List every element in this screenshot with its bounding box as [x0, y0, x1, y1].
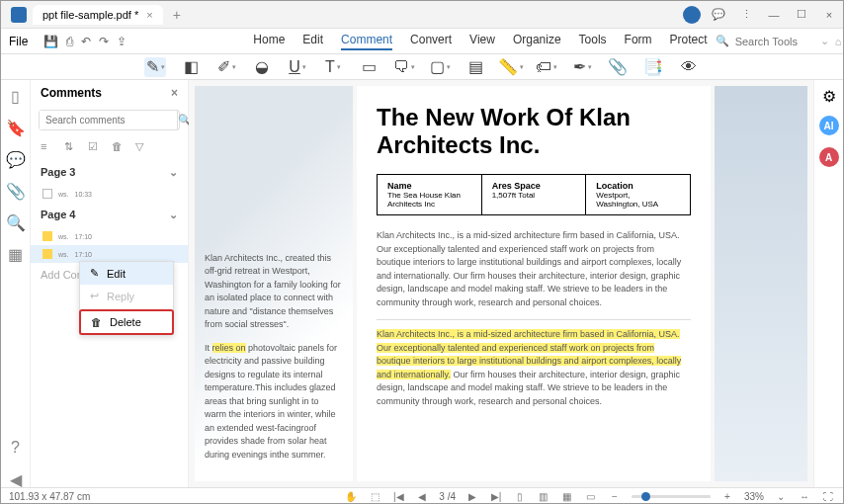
- document-view[interactable]: Klan Architects Inc., created this off-g…: [189, 80, 813, 487]
- print-icon[interactable]: ⎙: [66, 33, 73, 50]
- hide-comments-icon[interactable]: 👁: [678, 57, 700, 77]
- select-tool-icon[interactable]: ⬚: [368, 490, 381, 504]
- tab-close-icon[interactable]: ×: [146, 9, 152, 21]
- highlight-badge-icon: [42, 249, 52, 259]
- comments-title: Comments: [41, 86, 102, 100]
- highlighter-icon[interactable]: ✎▾: [144, 57, 166, 77]
- zoom-out-icon[interactable]: −: [608, 490, 622, 504]
- comments-rail-icon[interactable]: 💬: [8, 151, 24, 167]
- page-3-header[interactable]: Page 3 ⌄: [31, 160, 188, 185]
- next-page-icon[interactable]: ▶: [465, 490, 479, 504]
- underline-icon[interactable]: U▾: [287, 57, 308, 77]
- tab-tools[interactable]: Tools: [579, 33, 607, 50]
- redo-icon[interactable]: ↷: [99, 33, 109, 50]
- layers-icon[interactable]: ▦: [8, 246, 24, 262]
- textbox-icon[interactable]: T▾: [322, 57, 344, 77]
- stamp-icon[interactable]: 🏷▾: [536, 57, 557, 77]
- note-icon[interactable]: 🗨▾: [393, 57, 415, 77]
- tab-comment[interactable]: Comment: [341, 33, 392, 50]
- page-4-header[interactable]: Page 4 ⌄: [31, 203, 188, 227]
- ai-assistant-icon[interactable]: AI: [819, 116, 839, 135]
- title-bar: ppt file-sample.pdf * × + 💬 ⋮ — ☐ ×: [1, 1, 843, 29]
- comment-item[interactable]: ws. 17:10: [31, 227, 188, 245]
- tab-edit[interactable]: Edit: [302, 33, 323, 50]
- sort-icon[interactable]: ≡: [41, 140, 54, 154]
- panel-close-icon[interactable]: ×: [171, 86, 178, 100]
- thumbnail-icon[interactable]: ▯: [8, 88, 24, 104]
- context-delete[interactable]: 🗑 Delete: [81, 311, 172, 333]
- tab-convert[interactable]: Convert: [410, 33, 452, 50]
- help-rail-icon[interactable]: ?: [8, 440, 24, 456]
- maximize-button[interactable]: ☐: [792, 5, 811, 25]
- bookmark-icon[interactable]: 🔖: [8, 120, 24, 135]
- tab-organize[interactable]: Organize: [513, 33, 561, 50]
- fullscreen-icon[interactable]: ⛶: [821, 490, 835, 504]
- last-page-icon[interactable]: ▶|: [489, 490, 503, 504]
- tab-protect[interactable]: Protect: [670, 33, 708, 50]
- eraser-icon[interactable]: ◒: [251, 57, 273, 77]
- comment-item[interactable]: ws. 10:33: [31, 185, 188, 203]
- comments-list-icon[interactable]: 📑: [642, 57, 664, 77]
- stamp-preview-icon[interactable]: ▤: [464, 57, 486, 77]
- zoom-dropdown-icon[interactable]: ⌄: [774, 490, 788, 504]
- check-icon[interactable]: ☑: [88, 140, 102, 154]
- two-page-icon[interactable]: ▦: [560, 490, 574, 504]
- attachment-rail-icon[interactable]: 📎: [8, 183, 24, 199]
- help-icon[interactable]: ⌂: [835, 36, 842, 47]
- zoom-slider[interactable]: [632, 495, 711, 498]
- fit-width-icon[interactable]: ↔: [798, 490, 811, 504]
- zoom-level[interactable]: 33%: [744, 491, 764, 502]
- reply-icon: ↩: [90, 290, 99, 302]
- first-page-icon[interactable]: |◀: [391, 490, 405, 504]
- context-edit[interactable]: ✎ Edit: [80, 262, 173, 285]
- search-rail-icon[interactable]: 🔍: [8, 214, 24, 230]
- checkbox-icon[interactable]: [42, 189, 52, 199]
- comment-filters: ≡ ⇅ ☑ 🗑 ▽: [31, 134, 188, 160]
- collapse-ribbon-icon[interactable]: ⌄: [820, 35, 829, 47]
- tab-title: ppt file-sample.pdf *: [42, 9, 138, 21]
- hand-tool-icon[interactable]: ✋: [344, 490, 358, 504]
- undo-icon[interactable]: ↶: [81, 33, 91, 50]
- page-left-column: Klan Architects Inc., created this off-g…: [195, 86, 353, 481]
- minimize-button[interactable]: —: [764, 5, 784, 25]
- user-avatar-icon[interactable]: [683, 6, 701, 24]
- tab-view[interactable]: View: [469, 33, 495, 50]
- feedback-icon[interactable]: 💬: [709, 5, 728, 25]
- content-area: ▯ 🔖 💬 📎 🔍 ▦ ? ◀ Comments × 🔍 ≡ ⇅ ☑ 🗑 ▽ P…: [1, 80, 843, 487]
- signature-icon[interactable]: ✒▾: [571, 57, 593, 77]
- translate-icon[interactable]: A: [819, 147, 839, 167]
- single-page-icon[interactable]: ▯: [513, 490, 527, 504]
- tab-form[interactable]: Form: [625, 33, 652, 50]
- zoom-in-icon[interactable]: +: [720, 490, 734, 504]
- comment-search-input[interactable]: [40, 111, 177, 129]
- comment-search[interactable]: 🔍: [39, 110, 180, 130]
- properties-icon[interactable]: ⚙: [821, 88, 837, 104]
- callout-icon[interactable]: ▭: [358, 57, 380, 77]
- tab-home[interactable]: Home: [253, 33, 285, 50]
- tool-search[interactable]: 🔍 ⌄ ⌂: [716, 35, 842, 47]
- filter-icon[interactable]: ▽: [135, 140, 149, 154]
- area-highlight-icon[interactable]: ◧: [180, 57, 202, 77]
- read-mode-icon[interactable]: ▭: [584, 490, 598, 504]
- app-logo-icon: [11, 7, 27, 23]
- save-icon[interactable]: 💾: [43, 33, 58, 50]
- expand-icon[interactable]: ⇅: [64, 140, 78, 154]
- more-icon[interactable]: ⋮: [736, 5, 756, 25]
- document-tab[interactable]: ppt file-sample.pdf * ×: [33, 5, 163, 25]
- collapse-rail-icon[interactable]: ◀: [8, 471, 24, 487]
- shape-icon[interactable]: ▢▾: [429, 57, 451, 77]
- chevron-down-icon: ⌄: [169, 209, 178, 221]
- attach-icon[interactable]: 📎: [607, 57, 629, 77]
- share-icon[interactable]: ⇪: [117, 33, 127, 50]
- pencil-icon[interactable]: ✐▾: [215, 57, 237, 77]
- delete-all-icon[interactable]: 🗑: [112, 140, 126, 154]
- continuous-icon[interactable]: ▥: [537, 490, 550, 504]
- page-number[interactable]: 3 /4: [439, 491, 456, 502]
- tool-search-input[interactable]: [735, 36, 814, 47]
- file-menu[interactable]: File: [9, 35, 28, 48]
- chevron-down-icon: ⌄: [169, 166, 178, 179]
- close-button[interactable]: ×: [819, 5, 839, 25]
- prev-page-icon[interactable]: ◀: [415, 490, 429, 504]
- new-tab-button[interactable]: +: [173, 7, 181, 23]
- measure-icon[interactable]: 📏▾: [500, 57, 522, 77]
